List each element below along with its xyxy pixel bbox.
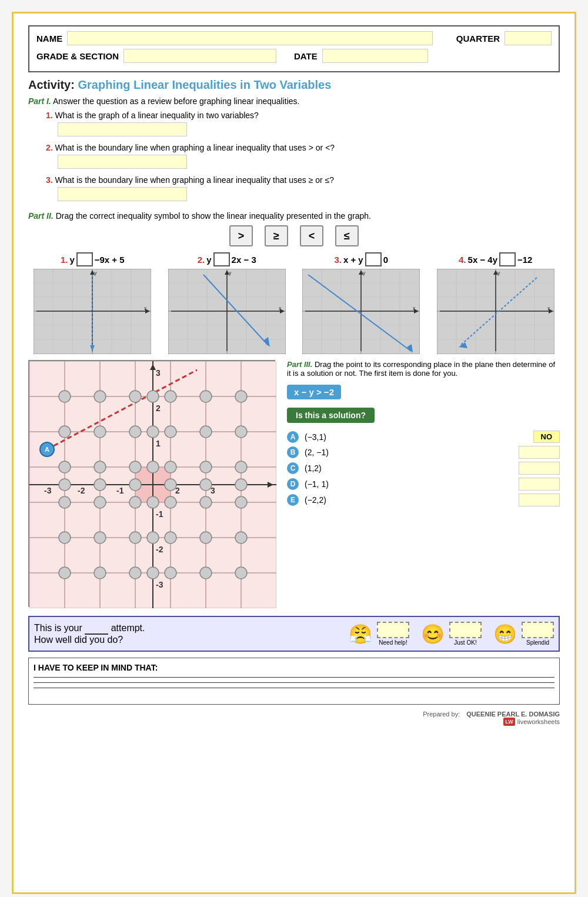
date-label: DATE — [294, 51, 318, 61]
svg-point-198 — [235, 496, 247, 508]
ineq2-label: 2. — [198, 255, 205, 265]
part3-section: 3 2 1 -1 -2 -3 -3 -2 -1 2 3 — [28, 360, 560, 607]
inequality-3: 3. x + y 0 — [297, 252, 426, 354]
svg-point-170 — [200, 391, 212, 402]
ineq3-left: x + y — [343, 255, 363, 265]
svg-rect-131 — [153, 503, 170, 537]
svg-point-186 — [59, 479, 71, 491]
ineq3-label: 3. — [334, 255, 342, 265]
svg-rect-94 — [136, 362, 152, 396]
q2-answer[interactable] — [58, 155, 187, 169]
ineq3-expr: 3. x + y 0 — [334, 252, 388, 266]
answer-d[interactable] — [519, 478, 560, 491]
svg-rect-150 — [242, 573, 276, 608]
svg-point-172 — [59, 426, 71, 438]
svg-text:y: y — [229, 270, 232, 276]
keep-in-mind-section: I HAVE TO KEEP IN MIND THAT: — [28, 658, 560, 705]
inequality-1: 1. y −9x + 5 — [28, 252, 157, 354]
graph1-svg: y x — [34, 269, 151, 354]
graph-2: y x — [168, 269, 286, 354]
svg-rect-117 — [101, 468, 135, 484]
svg-rect-132 — [171, 503, 205, 537]
attempt-blank[interactable] — [85, 623, 108, 635]
grade-label: GRADE & SECTION — [36, 51, 119, 61]
svg-text:2: 2 — [156, 404, 161, 413]
emoji-input-1[interactable] — [377, 622, 409, 638]
svg-point-185 — [235, 461, 247, 473]
svg-point-204 — [200, 532, 212, 543]
q1-number: 1. — [46, 111, 53, 120]
ineq1-blank[interactable] — [76, 252, 93, 266]
answer-c[interactable] — [519, 462, 560, 475]
bottom-section: This is your attempt. How well did you d… — [28, 616, 560, 652]
svg-point-190 — [200, 479, 212, 491]
svg-text:x: x — [279, 305, 282, 311]
answer-b[interactable] — [519, 446, 560, 459]
svg-rect-130 — [136, 503, 152, 537]
emoji-label-2: Just OK! — [454, 639, 476, 646]
svg-rect-127 — [30, 503, 64, 537]
quarter-label: QUARTER — [456, 34, 500, 44]
symbol-lt[interactable]: < — [300, 225, 323, 246]
svg-text:A: A — [45, 446, 49, 453]
part2-intro: Part II. Drag the correct inequality sym… — [28, 211, 560, 221]
emoji-input-3[interactable] — [522, 622, 554, 638]
ineq4-right: −12 — [517, 255, 532, 265]
q3-text: What is the boundary line when graphing … — [55, 175, 335, 185]
svg-rect-143 — [30, 573, 64, 608]
svg-point-167 — [129, 391, 141, 402]
svg-point-179 — [59, 461, 71, 473]
svg-rect-149 — [206, 573, 240, 608]
svg-rect-97 — [206, 362, 240, 396]
svg-point-197 — [200, 496, 212, 508]
svg-point-176 — [165, 426, 176, 438]
name-input[interactable] — [67, 31, 433, 45]
symbol-lte[interactable]: ≤ — [335, 225, 359, 246]
coords-b: (2, −1) — [305, 448, 513, 457]
symbol-gt[interactable]: > — [229, 225, 253, 246]
q1-text: What is the graph of a linear inequality… — [55, 111, 259, 120]
lw-logo: LW — [503, 718, 515, 726]
ineq1-left: y — [69, 255, 74, 265]
ineq3-blank[interactable] — [365, 252, 382, 266]
svg-rect-133 — [206, 503, 240, 537]
q3-answer[interactable] — [58, 187, 187, 201]
svg-text:-3: -3 — [156, 580, 163, 589]
line3 — [34, 688, 554, 688]
svg-rect-128 — [65, 503, 99, 537]
svg-rect-140 — [171, 538, 205, 572]
svg-point-201 — [129, 532, 141, 543]
q1-answer[interactable] — [58, 122, 187, 136]
ineq4-blank[interactable] — [499, 252, 516, 266]
line2 — [34, 682, 554, 683]
svg-point-184 — [200, 461, 212, 473]
ineq2-blank[interactable] — [213, 252, 230, 266]
svg-point-212 — [235, 567, 247, 579]
solution-row-a: A (−3,1) NO — [287, 431, 560, 443]
answer-e[interactable] — [519, 493, 560, 506]
activity-prefix: Activity — [28, 78, 71, 91]
part1-block: Part I. Answer the question as a review … — [28, 96, 560, 203]
liveworksheets-brand: LW liveworksheets — [28, 718, 560, 726]
svg-point-193 — [94, 496, 106, 508]
activity-colon: : — [71, 78, 75, 91]
quarter-input[interactable] — [505, 31, 552, 45]
svg-rect-120 — [242, 468, 276, 484]
symbol-gte[interactable]: ≥ — [265, 225, 288, 246]
part2-label: Part II. — [28, 211, 54, 221]
solution-header: Is this a solution? — [287, 408, 375, 423]
date-input[interactable] — [322, 49, 428, 63]
question-3: 3. What is the boundary line when graphi… — [46, 175, 560, 203]
svg-point-169 — [165, 391, 176, 402]
svg-rect-129 — [101, 503, 135, 537]
svg-rect-118 — [171, 468, 205, 484]
svg-point-165 — [59, 391, 71, 402]
label-e: E — [287, 494, 299, 506]
grade-input[interactable] — [123, 49, 276, 63]
svg-rect-111 — [153, 432, 170, 466]
solution-row-b: B (2, −1) — [287, 446, 560, 459]
activity-title: Activity: Graphing Linear Inequalities i… — [28, 78, 560, 92]
emoji-input-2[interactable] — [449, 622, 482, 638]
coords-e: (−2,2) — [305, 495, 513, 505]
inequality-4: 4. 5x − 4y −12 — [432, 252, 560, 354]
